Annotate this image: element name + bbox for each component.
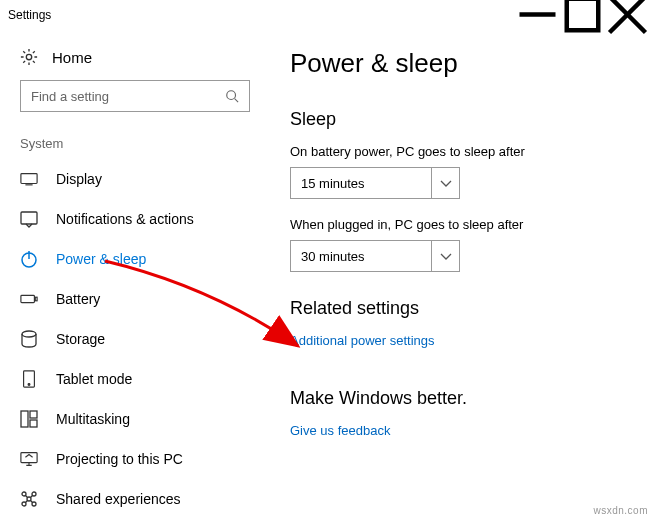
- battery-icon: [20, 290, 38, 308]
- sidebar-item-storage[interactable]: Storage: [0, 319, 270, 359]
- home-label: Home: [52, 49, 92, 66]
- sidebar-item-label: Power & sleep: [56, 251, 146, 267]
- sidebar-item-label: Shared experiences: [56, 491, 181, 507]
- sidebar-section-label: System: [0, 132, 270, 159]
- sidebar-item-notifications[interactable]: Notifications & actions: [0, 199, 270, 239]
- sidebar-item-label: Projecting to this PC: [56, 451, 183, 467]
- svg-rect-19: [30, 420, 37, 427]
- sidebar-item-display[interactable]: Display: [0, 159, 270, 199]
- power-icon: [20, 250, 38, 268]
- notifications-icon: [20, 210, 38, 228]
- plugged-sleep-label: When plugged in, PC goes to sleep after: [290, 217, 630, 232]
- svg-rect-1: [567, 0, 599, 30]
- svg-point-5: [227, 91, 236, 100]
- main-content: Power & sleep Sleep On battery power, PC…: [270, 30, 650, 518]
- svg-point-23: [32, 492, 36, 496]
- svg-rect-18: [30, 411, 37, 418]
- sidebar: Home Find a setting System Display Notif…: [0, 30, 270, 518]
- feedback-link[interactable]: Give us feedback: [290, 423, 630, 438]
- svg-line-29: [31, 501, 33, 503]
- sidebar-item-battery[interactable]: Battery: [0, 279, 270, 319]
- svg-line-6: [235, 99, 239, 103]
- display-icon: [20, 170, 38, 188]
- svg-point-24: [22, 502, 26, 506]
- svg-point-25: [32, 502, 36, 506]
- battery-sleep-value: 15 minutes: [301, 176, 425, 191]
- svg-rect-7: [21, 174, 37, 184]
- sidebar-item-label: Multitasking: [56, 411, 130, 427]
- sidebar-item-multitasking[interactable]: Multitasking: [0, 399, 270, 439]
- close-button[interactable]: [605, 0, 650, 30]
- svg-point-14: [22, 331, 36, 337]
- maximize-button[interactable]: [560, 0, 605, 30]
- plugged-sleep-value: 30 minutes: [301, 249, 425, 264]
- projecting-icon: [20, 450, 38, 468]
- minimize-button[interactable]: [515, 0, 560, 30]
- search-input[interactable]: Find a setting: [20, 80, 250, 112]
- battery-sleep-label: On battery power, PC goes to sleep after: [290, 144, 630, 159]
- titlebar: Settings: [0, 0, 650, 30]
- chevron-down-icon: [431, 168, 459, 198]
- tablet-icon: [20, 370, 38, 388]
- make-windows-better-heading: Make Windows better.: [290, 388, 630, 409]
- sidebar-item-label: Notifications & actions: [56, 211, 194, 227]
- svg-line-27: [31, 496, 33, 498]
- sidebar-item-shared[interactable]: Shared experiences: [0, 479, 270, 518]
- search-placeholder: Find a setting: [31, 89, 225, 104]
- plugged-sleep-select[interactable]: 30 minutes: [290, 240, 460, 272]
- sidebar-item-label: Battery: [56, 291, 100, 307]
- svg-rect-13: [35, 297, 37, 301]
- gear-icon: [20, 48, 38, 66]
- multitasking-icon: [20, 410, 38, 428]
- window-title: Settings: [8, 8, 515, 22]
- sidebar-item-label: Tablet mode: [56, 371, 132, 387]
- svg-line-28: [26, 501, 28, 503]
- sidebar-item-power-sleep[interactable]: Power & sleep: [0, 239, 270, 279]
- sleep-heading: Sleep: [290, 109, 630, 130]
- watermark: wsxdn.com: [593, 505, 648, 516]
- page-title: Power & sleep: [290, 48, 630, 79]
- svg-point-4: [26, 54, 31, 59]
- shared-icon: [20, 490, 38, 508]
- svg-rect-9: [21, 212, 37, 224]
- chevron-down-icon: [431, 241, 459, 271]
- related-settings-heading: Related settings: [290, 298, 630, 319]
- svg-point-16: [28, 384, 30, 386]
- sidebar-item-label: Storage: [56, 331, 105, 347]
- sidebar-item-projecting[interactable]: Projecting to this PC: [0, 439, 270, 479]
- svg-point-21: [27, 497, 31, 501]
- svg-rect-17: [21, 411, 28, 427]
- battery-sleep-select[interactable]: 15 minutes: [290, 167, 460, 199]
- home-button[interactable]: Home: [0, 40, 270, 80]
- svg-point-22: [22, 492, 26, 496]
- svg-line-26: [26, 496, 28, 498]
- sidebar-item-label: Display: [56, 171, 102, 187]
- sidebar-item-tablet-mode[interactable]: Tablet mode: [0, 359, 270, 399]
- additional-power-settings-link[interactable]: Additional power settings: [290, 333, 630, 348]
- storage-icon: [20, 330, 38, 348]
- svg-rect-12: [21, 295, 35, 302]
- search-icon: [225, 89, 239, 103]
